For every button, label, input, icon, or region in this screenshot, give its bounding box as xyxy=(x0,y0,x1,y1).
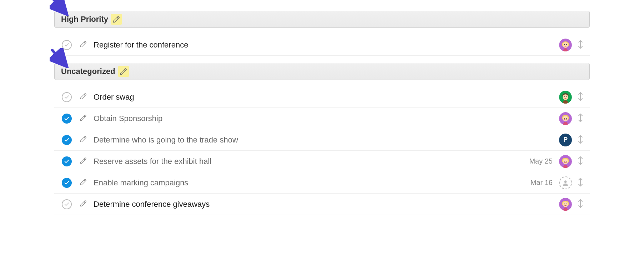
avatar[interactable] xyxy=(559,155,572,168)
task-assignee[interactable] xyxy=(558,39,573,51)
annotation-arrow-icon xyxy=(50,0,70,16)
drag-handle[interactable] xyxy=(573,91,588,103)
task-row[interactable]: Determine who is going to the trade show… xyxy=(54,129,590,151)
svg-point-4 xyxy=(566,44,567,45)
group-title: Uncategorized xyxy=(61,67,115,76)
drag-icon xyxy=(577,177,584,189)
task-edit-button[interactable] xyxy=(73,114,94,123)
task-date: Mar 16 xyxy=(530,179,553,187)
task-title: Register for the conference xyxy=(94,40,553,50)
drag-handle[interactable] xyxy=(573,156,588,167)
group-title: High Priority xyxy=(61,15,108,24)
pencil-icon xyxy=(80,40,87,49)
group-edit-button[interactable] xyxy=(111,14,122,25)
avatar-unassigned[interactable] xyxy=(559,176,572,189)
svg-point-10 xyxy=(566,96,567,97)
svg-point-2 xyxy=(563,42,568,48)
task-row[interactable]: Determine conference giveaways xyxy=(54,194,590,215)
task-checkbox[interactable] xyxy=(61,40,73,50)
drag-handle[interactable] xyxy=(573,199,588,210)
task-group: Uncategorized Order swag xyxy=(54,63,590,215)
task-title: Obtain Sponsorship xyxy=(94,114,553,123)
task-title: Order swag xyxy=(94,92,553,102)
task-edit-button[interactable] xyxy=(73,200,94,209)
task-title: Enable marking campaigns xyxy=(94,178,530,188)
task-title: Determine who is going to the trade show xyxy=(94,135,553,145)
svg-point-20 xyxy=(564,161,565,161)
task-list: Register for the conference xyxy=(54,28,590,56)
task-edit-button[interactable] xyxy=(73,178,94,187)
drag-handle[interactable] xyxy=(573,39,588,51)
group-header[interactable]: High Priority xyxy=(54,11,590,28)
task-date: May 25 xyxy=(529,157,553,165)
svg-point-19 xyxy=(563,159,568,164)
task-edit-button[interactable] xyxy=(73,157,94,166)
task-assignee[interactable]: P xyxy=(558,134,573,146)
svg-point-15 xyxy=(566,118,567,119)
svg-point-13 xyxy=(563,116,568,121)
drag-icon xyxy=(577,91,584,103)
task-checkbox[interactable] xyxy=(61,178,73,188)
pencil-icon xyxy=(80,114,87,123)
pencil-icon xyxy=(80,92,87,101)
svg-point-21 xyxy=(566,161,567,161)
pencil-icon xyxy=(80,157,87,166)
task-edit-button[interactable] xyxy=(73,92,94,101)
task-edit-button[interactable] xyxy=(73,135,94,144)
drag-icon xyxy=(577,39,584,51)
task-checkbox[interactable] xyxy=(61,135,73,145)
task-checkbox[interactable] xyxy=(61,199,73,209)
pencil-icon xyxy=(80,200,87,209)
task-title: Determine conference giveaways xyxy=(94,200,553,209)
task-list: Order swag Obtain Sponsorship xyxy=(54,80,590,215)
drag-handle[interactable] xyxy=(573,113,588,124)
task-assignee[interactable] xyxy=(558,176,573,189)
avatar[interactable] xyxy=(559,198,572,211)
group-edit-button[interactable] xyxy=(118,66,129,77)
avatar[interactable] xyxy=(559,39,572,51)
task-row[interactable]: Register for the conference xyxy=(54,34,590,56)
svg-point-9 xyxy=(564,96,565,97)
task-row[interactable]: Enable marking campaigns Mar 16 xyxy=(54,172,590,194)
drag-handle[interactable] xyxy=(573,177,588,189)
svg-point-28 xyxy=(566,204,567,204)
svg-point-14 xyxy=(564,118,565,119)
drag-icon xyxy=(577,113,584,124)
pencil-icon xyxy=(80,178,87,187)
svg-point-27 xyxy=(564,204,565,204)
pencil-icon xyxy=(112,15,120,23)
svg-point-3 xyxy=(564,44,565,45)
svg-point-26 xyxy=(563,201,568,207)
task-row[interactable]: Order swag xyxy=(54,86,590,108)
group-header[interactable]: Uncategorized xyxy=(54,63,590,80)
pencil-icon xyxy=(80,135,87,144)
task-assignee[interactable] xyxy=(558,198,573,211)
task-group: High Priority Register for the conferenc… xyxy=(54,11,590,56)
drag-icon xyxy=(577,199,584,210)
task-checkbox[interactable] xyxy=(61,92,73,102)
task-edit-button[interactable] xyxy=(73,40,94,49)
drag-icon xyxy=(577,134,584,146)
task-checkbox[interactable] xyxy=(61,114,73,124)
svg-point-23 xyxy=(564,180,567,183)
task-row[interactable]: Reserve assets for the exhibit hall May … xyxy=(54,151,590,172)
avatar-letter[interactable]: P xyxy=(559,134,572,146)
drag-icon xyxy=(577,156,584,167)
svg-point-8 xyxy=(563,94,568,100)
task-assignee[interactable] xyxy=(558,155,573,168)
task-assignee[interactable] xyxy=(558,112,573,125)
task-assignee[interactable] xyxy=(558,91,573,104)
avatar[interactable] xyxy=(559,91,572,104)
drag-handle[interactable] xyxy=(573,134,588,146)
task-row[interactable]: Obtain Sponsorship xyxy=(54,108,590,129)
svg-line-0 xyxy=(52,0,64,11)
pencil-icon xyxy=(120,68,127,75)
avatar[interactable] xyxy=(559,112,572,125)
task-title: Reserve assets for the exhibit hall xyxy=(94,157,529,166)
task-checkbox[interactable] xyxy=(61,156,73,166)
